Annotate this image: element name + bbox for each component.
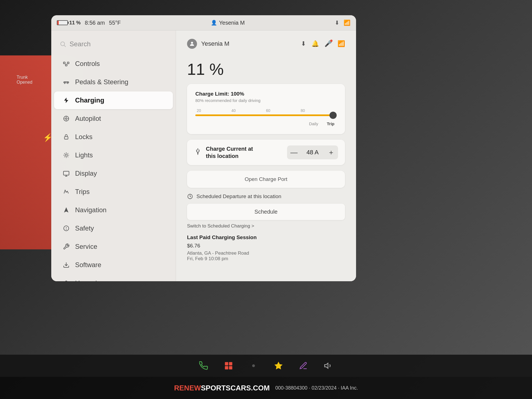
header-icons: ⬇ 🔔 🎤 📶 (301, 40, 345, 47)
taskbar-grid[interactable] (222, 359, 236, 373)
charge-slider-container: 20 40 60 80 (195, 108, 337, 116)
schedule-btn[interactable]: Schedule (187, 204, 345, 220)
svg-point-29 (66, 229, 66, 230)
sidebar-item-trips[interactable]: Trips (54, 183, 173, 201)
battery-percentage: 11 % (187, 60, 345, 78)
battery-bar (57, 20, 68, 25)
upgrades-icon (62, 279, 70, 281)
autopilot-icon (62, 115, 70, 122)
charge-limit-card: Charge Limit: 100% 80% recommended for d… (187, 84, 345, 134)
display-icon (62, 170, 70, 177)
charge-current-label: Charge Current atthis location (206, 145, 253, 160)
status-user-name: Yesenia M (219, 20, 245, 26)
svg-point-39 (252, 364, 255, 367)
svg-marker-41 (325, 363, 328, 369)
decrease-current-btn[interactable]: — (287, 145, 301, 159)
charging-bolt-icon: ⚡ (43, 133, 53, 142)
display-label: Display (75, 170, 97, 177)
increase-current-btn[interactable]: + (324, 145, 338, 159)
user-avatar (187, 39, 197, 49)
taskbar-speaker[interactable] (321, 359, 335, 373)
taskbar-phone[interactable] (197, 359, 211, 373)
battery-percent-status: 11 % (69, 20, 81, 26)
trip-btn[interactable]: Trip (324, 120, 337, 127)
controls-label: Controls (75, 60, 100, 68)
svg-rect-24 (63, 171, 69, 175)
charging-icon (62, 96, 70, 104)
charge-plug-icon (194, 148, 202, 157)
time-display: 8:56 am (85, 20, 105, 26)
open-charge-port-btn[interactable]: Open Charge Port (239, 173, 293, 185)
switch-charging-link[interactable]: Switch to Scheduled Charging > (187, 223, 345, 229)
sidebar-item-upgrades[interactable]: Upgrades (54, 274, 173, 281)
svg-rect-4 (65, 64, 67, 66)
bell-icon[interactable]: 🔔 (311, 40, 319, 47)
svg-point-0 (61, 42, 65, 46)
taskbar-pen[interactable] (296, 359, 310, 373)
taskbar-dot[interactable] (247, 359, 260, 373)
locks-label: Locks (75, 133, 93, 141)
sidebar-item-locks[interactable]: Locks (54, 128, 173, 146)
sidebar-item-display[interactable]: Display (54, 165, 173, 182)
sidebar-item-lights[interactable]: Lights (54, 146, 173, 164)
last-paid-session: Last Paid Charging Session $6.76 Atlanta… (187, 234, 345, 262)
search-icon (60, 41, 66, 47)
download-icon-status: ⬇ (335, 19, 339, 26)
svg-line-21 (68, 157, 68, 157)
search-bar[interactable]: Search (51, 36, 176, 52)
temperature-display: 55°F (109, 20, 121, 26)
software-icon (62, 261, 70, 269)
autopilot-label: Autopilot (75, 115, 101, 122)
svg-line-22 (64, 157, 65, 157)
search-placeholder: Search (70, 40, 91, 48)
sidebar: Search Controls Pedals & Steering Cha (51, 30, 176, 281)
sidebar-item-safety[interactable]: Safety (54, 219, 173, 237)
status-bar-center: 👤 Yesenia M (126, 20, 329, 26)
download-icon[interactable]: ⬇ (301, 40, 306, 47)
sidebar-item-charging[interactable]: Charging (54, 91, 173, 109)
mic-icon[interactable]: 🎤 (324, 40, 332, 47)
battery-fill (57, 21, 59, 25)
clock-icon (187, 193, 193, 200)
sidebar-item-software[interactable]: Software (54, 256, 173, 274)
taskbar-star[interactable] (272, 359, 285, 373)
sidebar-item-navigation[interactable]: Navigation (54, 201, 173, 219)
current-value: 48 A (301, 149, 324, 156)
controls-icon (62, 60, 70, 68)
slider-track[interactable] (195, 114, 337, 116)
status-bar-left: 11 % 8:56 am 55°F (57, 20, 121, 26)
lights-label: Lights (75, 151, 93, 159)
svg-point-33 (198, 153, 198, 153)
svg-rect-38 (229, 366, 232, 369)
open-charge-port-card: Open Charge Port (187, 171, 345, 188)
svg-line-23 (68, 153, 68, 154)
sidebar-item-service[interactable]: Service (54, 238, 173, 255)
last-session-title: Last Paid Charging Session (187, 234, 345, 241)
daily-btn[interactable]: Daily (307, 120, 320, 127)
locks-icon (62, 133, 70, 141)
pedals-label: Pedals & Steering (75, 78, 128, 86)
svg-point-9 (65, 118, 67, 119)
svg-marker-40 (275, 362, 282, 369)
watermark: RENEW SPORTSCARS.COM 000-38804300 · 02/2… (0, 377, 532, 399)
main-screen: 11 % 8:56 am 55°F 👤 Yesenia M ⬇ 📶 Search (51, 15, 356, 281)
watermark-sports: SPORTSCARS.COM (201, 384, 270, 392)
svg-point-32 (191, 42, 193, 44)
slider-thumb[interactable] (329, 112, 337, 119)
service-label: Service (75, 243, 97, 250)
svg-rect-5 (64, 82, 69, 83)
sidebar-item-autopilot[interactable]: Autopilot (54, 110, 173, 127)
trunk-label: Trunk Opened (17, 75, 32, 85)
charging-label: Charging (75, 96, 104, 104)
signal-panel-icon[interactable]: 📶 (337, 40, 345, 47)
scheduled-departure-title: Scheduled Departure at this location (187, 193, 345, 200)
charge-limit-subtitle: 80% recommended for daily driving (195, 98, 337, 103)
svg-rect-35 (225, 362, 228, 365)
svg-line-20 (64, 153, 65, 154)
pedals-icon (62, 78, 70, 86)
sidebar-item-pedals[interactable]: Pedals & Steering (54, 73, 173, 91)
sidebar-item-controls[interactable]: Controls (54, 55, 173, 73)
signal-icon-status: 📶 (344, 19, 351, 26)
lights-icon (62, 151, 70, 159)
svg-rect-36 (229, 362, 232, 365)
